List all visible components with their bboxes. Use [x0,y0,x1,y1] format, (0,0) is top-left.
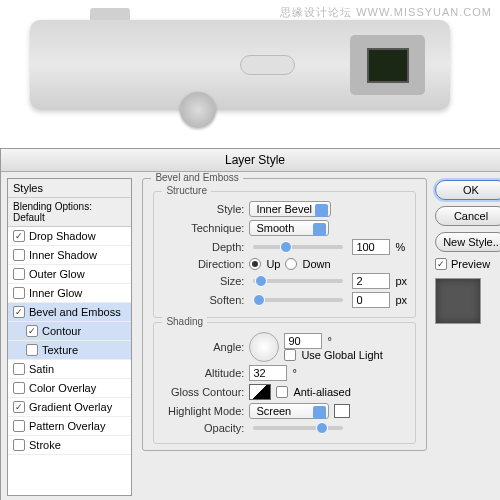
depth-unit: % [395,241,405,253]
technique-label: Technique: [162,222,244,234]
sidebar-header[interactable]: Styles [8,179,131,198]
gloss-contour-label: Gloss Contour: [162,386,244,398]
altitude-input[interactable]: 32 [249,365,287,381]
style-item-label: Bevel and Emboss [29,306,121,318]
soften-unit: px [395,294,407,306]
depth-input[interactable]: 100 [352,239,390,255]
style-item-label: Outer Glow [29,268,85,280]
style-item-inner-shadow[interactable]: Inner Shadow [8,246,131,265]
checkbox[interactable] [13,363,25,375]
style-select[interactable]: Inner Bevel [249,201,331,217]
direction-up-radio[interactable] [249,258,261,270]
shading-legend: Shading [162,316,207,327]
settings-panel: Bevel and Emboss Structure Style: Inner … [138,172,431,500]
checkbox[interactable] [13,306,25,318]
size-unit: px [395,275,407,287]
direction-down-radio[interactable] [285,258,297,270]
style-item-label: Drop Shadow [29,230,96,242]
checkbox[interactable] [13,268,25,280]
watermark: 思缘设计论坛 WWW.MISSYUAN.COM [280,5,492,20]
antialiased-checkbox[interactable] [276,386,288,398]
checkbox[interactable] [13,287,25,299]
size-slider[interactable] [253,279,343,283]
checkbox[interactable] [13,401,25,413]
styles-sidebar: Styles Blending Options: Default Drop Sh… [7,178,132,496]
style-item-label: Inner Glow [29,287,82,299]
style-item-texture[interactable]: Texture [8,341,131,360]
checkbox[interactable] [26,344,38,356]
style-item-label: Satin [29,363,54,375]
structure-legend: Structure [162,185,211,196]
highlight-mode-label: Highlight Mode: [162,405,244,417]
preview-label: Preview [451,258,490,270]
soften-slider[interactable] [253,298,343,302]
camera-preview [0,0,500,140]
highlight-color[interactable] [334,404,350,418]
panel-title: Bevel and Emboss [151,172,242,183]
new-style-button[interactable]: New Style.. [435,232,500,252]
style-item-color-overlay[interactable]: Color Overlay [8,379,131,398]
opacity-slider[interactable] [253,426,343,430]
style-item-label: Pattern Overlay [29,420,105,432]
ok-button[interactable]: OK [435,180,500,200]
dialog-buttons: OK Cancel New Style.. Preview [431,172,500,500]
style-item-label: Inner Shadow [29,249,97,261]
style-item-label: Stroke [29,439,61,451]
checkbox[interactable] [13,420,25,432]
technique-select[interactable]: Smooth [249,220,329,236]
up-label: Up [266,258,280,270]
altitude-label: Altitude: [162,367,244,379]
angle-input[interactable]: 90 [284,333,322,349]
depth-label: Depth: [162,241,244,253]
down-label: Down [302,258,330,270]
layer-style-dialog: Layer Style Styles Blending Options: Def… [0,148,500,500]
checkbox[interactable] [13,249,25,261]
size-input[interactable]: 2 [352,273,390,289]
depth-slider[interactable] [253,245,343,249]
angle-label: Angle: [162,341,244,353]
style-label: Style: [162,203,244,215]
cancel-button[interactable]: Cancel [435,206,500,226]
checkbox[interactable] [13,230,25,242]
global-light-checkbox[interactable] [284,349,296,361]
style-item-satin[interactable]: Satin [8,360,131,379]
blending-options[interactable]: Blending Options: Default [8,198,131,227]
style-item-label: Color Overlay [29,382,96,394]
size-label: Size: [162,275,244,287]
style-item-contour[interactable]: Contour [8,322,131,341]
opacity-label: Opacity: [162,422,244,434]
antialiased-label: Anti-aliased [293,386,350,398]
style-item-inner-glow[interactable]: Inner Glow [8,284,131,303]
style-item-pattern-overlay[interactable]: Pattern Overlay [8,417,131,436]
highlight-mode-select[interactable]: Screen [249,403,329,419]
style-item-gradient-overlay[interactable]: Gradient Overlay [8,398,131,417]
soften-label: Soften: [162,294,244,306]
checkbox[interactable] [13,439,25,451]
direction-label: Direction: [162,258,244,270]
preview-checkbox[interactable] [435,258,447,270]
style-item-stroke[interactable]: Stroke [8,436,131,455]
style-item-outer-glow[interactable]: Outer Glow [8,265,131,284]
dialog-title: Layer Style [1,149,500,172]
style-item-label: Gradient Overlay [29,401,112,413]
gloss-contour-picker[interactable] [249,384,271,400]
style-item-drop-shadow[interactable]: Drop Shadow [8,227,131,246]
style-item-label: Contour [42,325,81,337]
soften-input[interactable]: 0 [352,292,390,308]
global-light-label: Use Global Light [301,349,382,361]
style-item-bevel-and-emboss[interactable]: Bevel and Emboss [8,303,131,322]
checkbox[interactable] [13,382,25,394]
checkbox[interactable] [26,325,38,337]
preview-swatch [435,278,481,324]
style-item-label: Texture [42,344,78,356]
angle-dial[interactable] [249,332,279,362]
